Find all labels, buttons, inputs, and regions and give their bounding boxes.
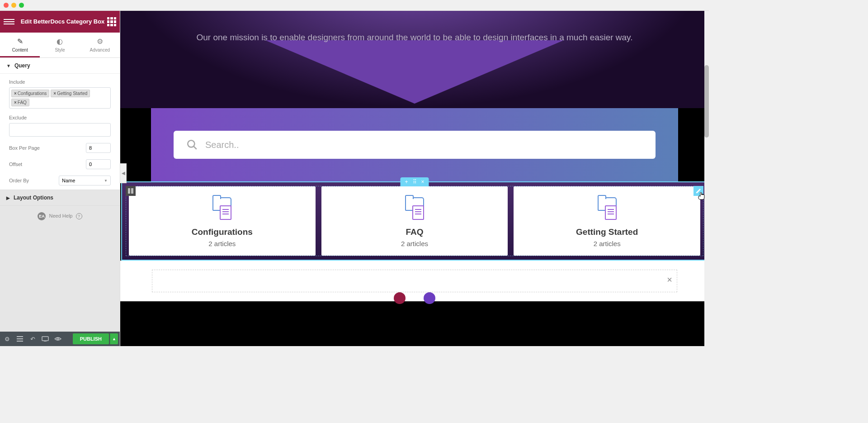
order-by-label: Order By bbox=[9, 178, 29, 183]
order-by-select[interactable]: Name ▼ bbox=[59, 176, 111, 185]
below-section: × bbox=[120, 261, 709, 301]
editor-sidebar: Edit BetterDocs Category Box ✎ Content ◐… bbox=[0, 11, 120, 346]
svg-rect-1 bbox=[17, 338, 23, 339]
include-label: Include bbox=[9, 79, 111, 85]
caret-right-icon: ▶ bbox=[6, 195, 10, 200]
svg-rect-8 bbox=[128, 188, 130, 194]
card-title: Configurations bbox=[137, 227, 307, 237]
scrollbar[interactable] bbox=[704, 11, 709, 346]
card-count: 2 articles bbox=[330, 240, 500, 247]
sidebar-header: Edit BetterDocs Category Box bbox=[0, 11, 120, 33]
svg-rect-0 bbox=[17, 336, 23, 337]
color-dot bbox=[424, 292, 435, 304]
help-icon: ? bbox=[76, 213, 82, 219]
card-title: FAQ bbox=[330, 227, 500, 237]
gear-icon: ⚙ bbox=[80, 37, 120, 46]
collapse-sidebar-handle[interactable]: ◀ bbox=[120, 163, 127, 183]
caret-down-icon: ▼ bbox=[6, 63, 11, 68]
tab-style[interactable]: ◐ Style bbox=[40, 33, 80, 57]
need-help-row[interactable]: EA Need Help ? bbox=[0, 206, 120, 227]
placeholder-area[interactable]: × bbox=[152, 270, 677, 292]
contrast-icon: ◐ bbox=[40, 37, 80, 46]
widgets-grid-icon[interactable] bbox=[107, 17, 116, 26]
remove-tag-icon[interactable]: × bbox=[14, 100, 17, 105]
hero-subtitle: Our one mission is to enable designers f… bbox=[143, 33, 686, 43]
tab-advanced[interactable]: ⚙ Advanced bbox=[80, 33, 120, 57]
category-card[interactable]: Configurations 2 articles bbox=[129, 186, 316, 256]
delete-section-icon[interactable]: × bbox=[421, 179, 425, 185]
history-icon[interactable]: ↶ bbox=[27, 333, 38, 344]
category-card[interactable]: FAQ 2 articles bbox=[321, 186, 508, 256]
folder-doc-icon bbox=[403, 197, 426, 220]
pencil-icon: ✎ bbox=[0, 37, 40, 46]
exclude-field[interactable] bbox=[9, 123, 111, 137]
search-box bbox=[174, 131, 656, 159]
mac-titlebar bbox=[0, 0, 709, 11]
card-count: 2 articles bbox=[137, 240, 307, 247]
remove-tag-icon[interactable]: × bbox=[53, 91, 56, 96]
settings-icon[interactable]: ⚙ bbox=[2, 333, 13, 344]
drag-section-icon[interactable]: ⠿ bbox=[413, 179, 417, 185]
publish-more-button[interactable]: ▲ bbox=[110, 333, 118, 344]
folder-doc-icon bbox=[596, 197, 618, 220]
category-cards: Configurations 2 articles FAQ 2 articles bbox=[126, 186, 703, 256]
offset-label: Offset bbox=[9, 162, 22, 167]
responsive-icon[interactable] bbox=[40, 333, 51, 344]
chevron-down-icon: ▼ bbox=[104, 179, 108, 183]
scrollthumb[interactable] bbox=[704, 65, 709, 138]
close-icon[interactable]: × bbox=[667, 275, 672, 285]
svg-point-6 bbox=[188, 140, 194, 147]
query-section-header[interactable]: ▼ Query bbox=[0, 58, 120, 74]
preview-canvas: Our one mission is to enable designers f… bbox=[120, 11, 709, 346]
minimize-window-button[interactable] bbox=[11, 3, 16, 8]
category-card[interactable]: Getting Started 2 articles bbox=[514, 186, 700, 256]
offset-input[interactable] bbox=[86, 159, 111, 169]
widget-title: Edit BetterDocs Category Box bbox=[18, 18, 107, 25]
include-tag[interactable]: ×Configurations bbox=[11, 90, 49, 97]
preview-icon[interactable] bbox=[52, 333, 63, 344]
include-tag[interactable]: ×Getting Started bbox=[51, 90, 90, 97]
svg-rect-9 bbox=[131, 188, 133, 194]
category-box-widget[interactable]: + ⠿ × bbox=[121, 181, 708, 261]
column-handle[interactable] bbox=[126, 186, 136, 196]
query-panel: Include ×Configurations ×Getting Started… bbox=[0, 74, 120, 190]
card-count: 2 articles bbox=[522, 240, 692, 247]
color-dot bbox=[394, 292, 406, 304]
box-per-page-label: Box Per Page bbox=[9, 145, 40, 151]
search-input[interactable] bbox=[205, 140, 643, 150]
bottom-toolbar: ⚙ ↶ PUBLISH ▲ bbox=[0, 332, 120, 346]
edit-widget-handle[interactable] bbox=[693, 186, 703, 196]
ea-badge-icon: EA bbox=[38, 212, 46, 220]
section-toolbar: + ⠿ × bbox=[400, 177, 429, 186]
publish-button[interactable]: PUBLISH bbox=[73, 333, 109, 344]
menu-icon[interactable] bbox=[4, 16, 14, 27]
close-window-button[interactable] bbox=[4, 3, 9, 8]
layout-options-section[interactable]: ▶ Layout Options bbox=[0, 190, 120, 206]
hero-section: Our one mission is to enable designers f… bbox=[120, 11, 709, 108]
include-field[interactable]: ×Configurations ×Getting Started ×FAQ bbox=[9, 87, 111, 109]
triangle-decoration bbox=[265, 40, 564, 104]
folder-doc-icon bbox=[211, 197, 233, 220]
box-per-page-input[interactable] bbox=[86, 143, 111, 153]
editor-tabs: ✎ Content ◐ Style ⚙ Advanced bbox=[0, 33, 120, 58]
navigator-icon[interactable] bbox=[14, 333, 25, 344]
svg-rect-3 bbox=[42, 337, 48, 341]
search-icon bbox=[186, 139, 198, 151]
svg-point-5 bbox=[57, 338, 59, 340]
include-tag[interactable]: ×FAQ bbox=[11, 99, 29, 106]
add-section-icon[interactable]: + bbox=[405, 179, 408, 185]
exclude-label: Exclude bbox=[9, 115, 111, 120]
maximize-window-button[interactable] bbox=[19, 3, 24, 8]
card-title: Getting Started bbox=[522, 227, 692, 237]
svg-rect-2 bbox=[17, 341, 23, 342]
search-section bbox=[151, 108, 678, 181]
tab-content[interactable]: ✎ Content bbox=[0, 33, 40, 57]
remove-tag-icon[interactable]: × bbox=[14, 91, 17, 96]
svg-line-7 bbox=[193, 146, 197, 149]
